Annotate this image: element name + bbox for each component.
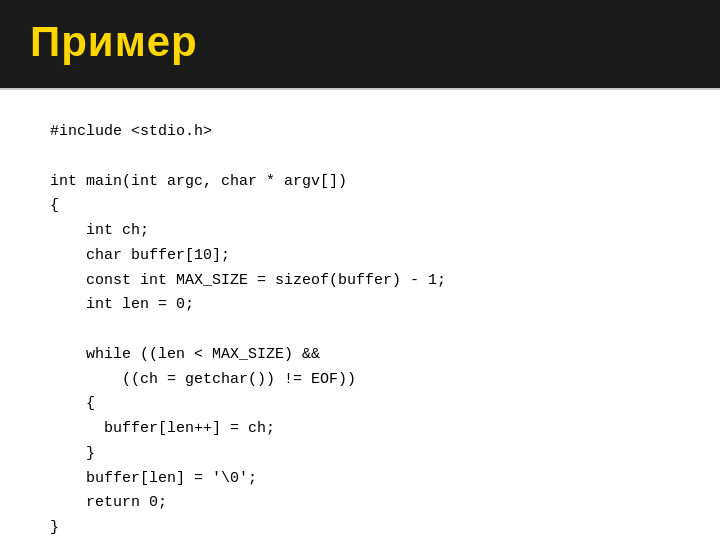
code-block: #include <stdio.h> int main(int argc, ch… — [50, 120, 670, 540]
page-title: Пример — [30, 18, 198, 65]
header-section: Пример — [0, 0, 720, 88]
code-section: #include <stdio.h> int main(int argc, ch… — [0, 90, 720, 540]
